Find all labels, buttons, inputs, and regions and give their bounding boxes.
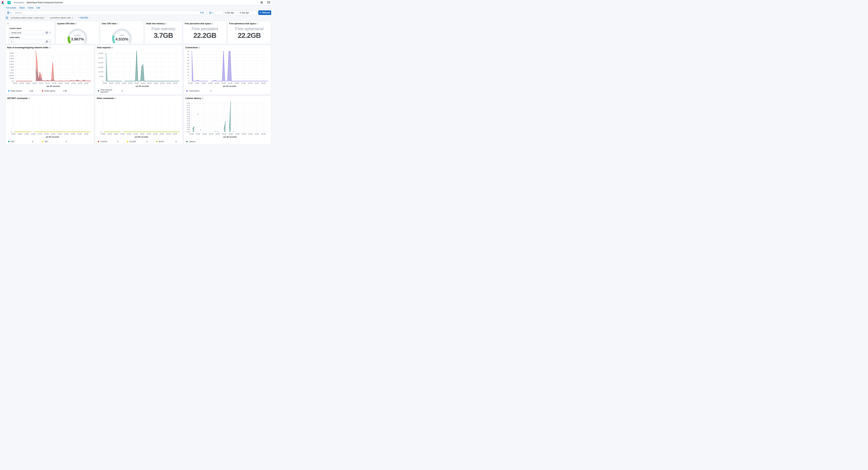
svg-text:14:10: 14:10 [127,133,131,135]
mail-icon [267,1,270,4]
panel-info-icon[interactable]: ⓘ [198,47,200,49]
svg-text:0.00: 0.00 [187,118,190,119]
chart-legend: Latency [184,140,271,144]
svg-text:14:10: 14:10 [215,133,220,135]
query-language-button[interactable]: KQL [198,11,206,15]
svg-text:13:50: 13:50 [102,82,107,84]
filter-icon[interactable] [5,17,8,19]
legend-dot-icon [8,90,9,91]
svg-text:4.9KB: 4.9KB [9,52,14,54]
chevron-down-icon [49,32,51,33]
clear-selection-icon[interactable]: ✕ [45,31,48,34]
add-filter-button[interactable]: + Add filter [78,17,88,19]
legend-dot-icon [42,141,43,142]
chart-legend: Node ingress1.6BNode egress1.6B [6,89,94,93]
menu-share[interactable]: Share [19,7,25,9]
svg-text:14:25: 14:25 [58,133,62,135]
legend-item[interactable]: FLUSH0 [127,141,152,143]
legend-item[interactable]: Total requests (ops/sec)0 [98,89,127,93]
legend-item[interactable]: SET0 [42,141,71,143]
svg-text:14:25: 14:25 [147,82,152,84]
dashboard-menu: Full screen Share Clone Edit [0,5,272,10]
svg-text:14:00: 14:00 [115,82,120,84]
space-badge[interactable]: D [7,1,10,4]
help-button[interactable] [258,0,265,5]
date-from[interactable]: ~ a day ago [223,11,234,14]
connections-chart[interactable]: 0510152025303540455013:5013:5514:0014:05… [184,49,271,89]
dashboard-grid: ⓘ cluster name cluster.local ✕ node name… [0,20,272,144]
legend-label: TOUCH [100,141,107,143]
legend-item[interactable]: Node ingress1.6B [8,90,38,92]
legend-label: Node ingress [11,90,22,92]
user-cpu-gauge-panel: User CPU timeⓘ user4.533% [100,21,144,44]
panel-info-icon[interactable]: ⓘ [111,47,113,49]
get-set-commands-chart[interactable]: 013:5013:5514:0014:0514:1014:1514:2014:2… [6,100,94,140]
panel-info-icon[interactable]: ⓘ [202,97,203,99]
user-cpu-gauge[interactable]: user4.533% [100,25,144,44]
svg-text:14:15: 14:15 [133,133,138,135]
panel-info-icon[interactable]: ⓘ [115,97,116,99]
svg-text:13:55: 13:55 [20,82,24,84]
svg-text:0.00: 0.00 [187,111,190,113]
panel-info-icon[interactable]: ⓘ [165,22,167,25]
menu-clone[interactable]: Clone [28,7,33,9]
legend-item[interactable]: GET0 [8,141,38,143]
svg-text:50: 50 [187,50,189,52]
svg-text:15: 15 [187,71,189,73]
legend-item[interactable]: Connections0 [186,90,216,92]
clear-selection-icon[interactable]: ✕ [45,40,48,43]
saved-query-menu-button[interactable] [6,11,13,15]
system-cpu-gauge[interactable]: system3.967% [56,25,99,44]
panel-info-icon[interactable]: ⓘ [212,22,213,25]
legend-item[interactable]: Node egress1.6B [42,90,71,92]
menu-edit[interactable]: Edit [36,7,40,9]
date-range-arrow-icon: → [235,11,237,14]
listener-latency-chart[interactable]: 0.000.000.000.000.000.000.000.000.000.00… [184,100,271,140]
panel-info-icon[interactable]: ⓘ [75,22,77,25]
panel-info-icon[interactable]: ⓘ [28,97,30,99]
node-name-select[interactable]: 1× ✕ [8,39,52,44]
kibana-logo[interactable] [0,0,6,5]
date-to[interactable]: ~ a day ago [238,11,249,14]
date-range[interactable]: ~ a day ago → ~ a day ago [215,11,257,14]
menu-full-screen[interactable]: Full screen [6,7,16,9]
metric-label: Free ephemeral [228,26,271,31]
svg-text:14:35: 14:35 [248,82,252,84]
svg-text:14:45: 14:45 [261,82,266,84]
refresh-button[interactable]: ↻ Refresh [258,10,271,15]
svg-text:500B: 500B [10,77,14,79]
svg-text:14:30: 14:30 [65,82,69,84]
other-commands-chart[interactable]: 013:5013:5514:0014:0514:1014:1514:2014:2… [95,100,182,140]
controls-panel: ⓘ cluster name cluster.local ✕ node name… [5,21,55,44]
date-quick-menu-button[interactable] [208,11,215,15]
remove-filter-icon[interactable]: × [45,17,46,19]
kibana-logo-icon [1,1,5,4]
filter-pill-cluster[interactable]: prometheus.labels.cluster: cluster.local… [9,16,48,19]
network-traffic-chart[interactable]: 0B500B1,000B1.5KB2KB2.4KB2.9KB3.4KB3.9KB… [6,49,94,89]
svg-text:10: 10 [187,74,189,76]
filter-pill-label: prometheus.labels.node: 1 [50,17,73,19]
legend-item[interactable]: AUTH0 [156,141,181,143]
total-requests-panel: Total requestsⓘ 05,00010,00015,00020,000… [95,45,183,95]
breadcrumb-dashboard[interactable]: Dashboard [14,1,24,4]
svg-text:13:55: 13:55 [196,133,200,135]
newsfeed-button[interactable] [265,0,272,5]
svg-text:14:40: 14:40 [255,133,259,135]
search-input[interactable] [13,11,198,14]
legend-item[interactable]: TOUCH0 [98,141,123,143]
svg-text:14:25: 14:25 [58,82,63,84]
panel-info-icon[interactable]: ⓘ [49,47,51,49]
cluster-name-select[interactable]: cluster.local ✕ [8,30,52,35]
remove-filter-icon[interactable]: × [74,17,75,19]
selected-node-token[interactable]: 1× [10,40,16,43]
token-remove-icon[interactable]: × [13,41,14,43]
svg-text:0: 0 [102,80,103,82]
panel-info-icon[interactable]: ⓘ [117,22,118,25]
filter-pill-node[interactable]: prometheus.labels.node: 1 × [49,16,76,19]
svg-text:14:20: 14:20 [51,133,55,135]
panel-info-icon[interactable]: ⓘ [7,22,9,25]
total-requests-chart[interactable]: 05,00010,00015,00020,00025,00030,00013:5… [95,49,182,89]
selected-cluster-token[interactable]: cluster.local [10,31,22,34]
legend-item[interactable]: Latency [186,141,196,143]
panel-info-icon[interactable]: ⓘ [256,22,258,25]
